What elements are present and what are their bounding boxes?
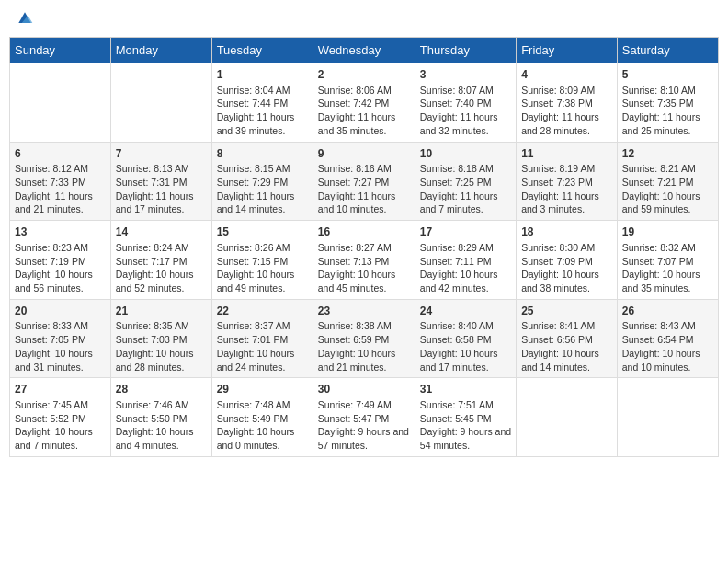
calendar-body: 1Sunrise: 8:04 AM Sunset: 7:44 PM Daylig… xyxy=(10,63,719,457)
day-info: Sunrise: 7:45 AM Sunset: 5:52 PM Dayligh… xyxy=(15,398,106,453)
day-info: Sunrise: 8:16 AM Sunset: 7:27 PM Dayligh… xyxy=(318,162,410,216)
calendar-cell: 2Sunrise: 8:06 AM Sunset: 7:42 PM Daylig… xyxy=(313,63,415,143)
day-info: Sunrise: 7:48 AM Sunset: 5:49 PM Dayligh… xyxy=(217,398,308,453)
day-info: Sunrise: 8:23 AM Sunset: 7:19 PM Dayligh… xyxy=(15,241,106,295)
day-number: 8 xyxy=(217,146,308,162)
day-info: Sunrise: 8:38 AM Sunset: 6:59 PM Dayligh… xyxy=(318,319,410,373)
calendar-cell: 19Sunrise: 8:32 AM Sunset: 7:07 PM Dayli… xyxy=(617,221,718,300)
day-number: 28 xyxy=(116,382,207,397)
day-number: 14 xyxy=(116,224,207,240)
calendar-cell: 15Sunrise: 8:26 AM Sunset: 7:15 PM Dayli… xyxy=(211,221,313,300)
day-number: 16 xyxy=(318,224,410,240)
day-info: Sunrise: 7:46 AM Sunset: 5:50 PM Dayligh… xyxy=(116,398,207,453)
calendar-cell: 31Sunrise: 7:51 AM Sunset: 5:45 PM Dayli… xyxy=(415,378,516,457)
calendar-cell: 26Sunrise: 8:43 AM Sunset: 6:54 PM Dayli… xyxy=(617,299,718,378)
day-info: Sunrise: 7:49 AM Sunset: 5:47 PM Dayligh… xyxy=(318,398,410,453)
calendar-cell: 21Sunrise: 8:35 AM Sunset: 7:03 PM Dayli… xyxy=(110,299,211,378)
day-info: Sunrise: 8:30 AM Sunset: 7:09 PM Dayligh… xyxy=(521,241,612,295)
calendar-cell: 11Sunrise: 8:19 AM Sunset: 7:23 PM Dayli… xyxy=(517,142,618,221)
day-number: 19 xyxy=(622,224,713,240)
column-header-friday: Friday xyxy=(517,38,618,63)
day-info: Sunrise: 8:43 AM Sunset: 6:54 PM Dayligh… xyxy=(622,319,713,373)
calendar-cell: 5Sunrise: 8:10 AM Sunset: 7:35 PM Daylig… xyxy=(617,63,718,143)
day-number: 23 xyxy=(318,304,410,319)
calendar-cell: 14Sunrise: 8:24 AM Sunset: 7:17 PM Dayli… xyxy=(110,221,211,300)
day-info: Sunrise: 8:32 AM Sunset: 7:07 PM Dayligh… xyxy=(622,241,713,295)
column-header-tuesday: Tuesday xyxy=(211,38,313,63)
day-number: 22 xyxy=(217,304,308,319)
calendar-cell: 20Sunrise: 8:33 AM Sunset: 7:05 PM Dayli… xyxy=(10,299,111,378)
calendar-cell: 1Sunrise: 8:04 AM Sunset: 7:44 PM Daylig… xyxy=(211,63,313,143)
calendar-cell: 28Sunrise: 7:46 AM Sunset: 5:50 PM Dayli… xyxy=(110,378,211,457)
calendar-week-5: 27Sunrise: 7:45 AM Sunset: 5:52 PM Dayli… xyxy=(10,378,719,457)
day-info: Sunrise: 7:51 AM Sunset: 5:45 PM Dayligh… xyxy=(420,398,511,453)
calendar-cell: 25Sunrise: 8:41 AM Sunset: 6:56 PM Dayli… xyxy=(517,299,618,378)
calendar-cell: 13Sunrise: 8:23 AM Sunset: 7:19 PM Dayli… xyxy=(10,221,111,300)
calendar-cell: 7Sunrise: 8:13 AM Sunset: 7:31 PM Daylig… xyxy=(110,142,211,221)
day-number: 20 xyxy=(15,304,106,319)
calendar-cell: 12Sunrise: 8:21 AM Sunset: 7:21 PM Dayli… xyxy=(617,142,718,221)
day-number: 9 xyxy=(318,146,410,162)
day-number: 1 xyxy=(217,67,308,83)
day-info: Sunrise: 8:06 AM Sunset: 7:42 PM Dayligh… xyxy=(318,84,410,138)
day-info: Sunrise: 8:21 AM Sunset: 7:21 PM Dayligh… xyxy=(622,162,713,216)
calendar-cell: 18Sunrise: 8:30 AM Sunset: 7:09 PM Dayli… xyxy=(517,221,618,300)
day-number: 17 xyxy=(420,224,511,240)
day-number: 7 xyxy=(116,146,207,162)
calendar-header-row: SundayMondayTuesdayWednesdayThursdayFrid… xyxy=(10,38,719,63)
calendar-cell: 30Sunrise: 7:49 AM Sunset: 5:47 PM Dayli… xyxy=(313,378,415,457)
column-header-saturday: Saturday xyxy=(617,38,718,63)
calendar-week-1: 1Sunrise: 8:04 AM Sunset: 7:44 PM Daylig… xyxy=(10,63,719,143)
day-number: 12 xyxy=(622,146,713,162)
calendar-cell: 3Sunrise: 8:07 AM Sunset: 7:40 PM Daylig… xyxy=(415,63,516,143)
day-info: Sunrise: 8:27 AM Sunset: 7:13 PM Dayligh… xyxy=(318,241,410,295)
calendar-cell: 10Sunrise: 8:18 AM Sunset: 7:25 PM Dayli… xyxy=(415,142,516,221)
page-header xyxy=(9,9,719,28)
day-info: Sunrise: 8:04 AM Sunset: 7:44 PM Dayligh… xyxy=(217,84,308,138)
day-info: Sunrise: 8:15 AM Sunset: 7:29 PM Dayligh… xyxy=(217,162,308,216)
calendar-cell: 17Sunrise: 8:29 AM Sunset: 7:11 PM Dayli… xyxy=(415,221,516,300)
calendar-cell: 16Sunrise: 8:27 AM Sunset: 7:13 PM Dayli… xyxy=(313,221,415,300)
column-header-thursday: Thursday xyxy=(415,38,516,63)
day-info: Sunrise: 8:12 AM Sunset: 7:33 PM Dayligh… xyxy=(15,162,106,216)
day-info: Sunrise: 8:35 AM Sunset: 7:03 PM Dayligh… xyxy=(116,319,207,373)
day-info: Sunrise: 8:24 AM Sunset: 7:17 PM Dayligh… xyxy=(116,241,207,295)
day-number: 10 xyxy=(420,146,511,162)
day-number: 30 xyxy=(318,382,410,397)
calendar-cell: 23Sunrise: 8:38 AM Sunset: 6:59 PM Dayli… xyxy=(313,299,415,378)
day-number: 21 xyxy=(116,304,207,319)
calendar-cell xyxy=(617,378,718,457)
day-info: Sunrise: 8:33 AM Sunset: 7:05 PM Dayligh… xyxy=(15,319,106,373)
day-number: 29 xyxy=(217,382,308,397)
calendar-week-2: 6Sunrise: 8:12 AM Sunset: 7:33 PM Daylig… xyxy=(10,142,719,221)
day-info: Sunrise: 8:40 AM Sunset: 6:58 PM Dayligh… xyxy=(420,319,511,373)
column-header-monday: Monday xyxy=(110,38,211,63)
calendar-cell: 22Sunrise: 8:37 AM Sunset: 7:01 PM Dayli… xyxy=(211,299,313,378)
day-number: 27 xyxy=(15,382,106,397)
day-info: Sunrise: 8:41 AM Sunset: 6:56 PM Dayligh… xyxy=(521,319,612,373)
day-info: Sunrise: 8:37 AM Sunset: 7:01 PM Dayligh… xyxy=(217,319,308,373)
day-info: Sunrise: 8:26 AM Sunset: 7:15 PM Dayligh… xyxy=(217,241,308,295)
calendar-cell xyxy=(10,63,111,143)
column-header-wednesday: Wednesday xyxy=(313,38,415,63)
day-number: 5 xyxy=(622,67,713,83)
day-info: Sunrise: 8:09 AM Sunset: 7:38 PM Dayligh… xyxy=(521,84,612,138)
day-number: 3 xyxy=(420,67,511,83)
day-number: 13 xyxy=(15,224,106,240)
column-header-sunday: Sunday xyxy=(10,38,111,63)
calendar-cell: 8Sunrise: 8:15 AM Sunset: 7:29 PM Daylig… xyxy=(211,142,313,221)
day-info: Sunrise: 8:19 AM Sunset: 7:23 PM Dayligh… xyxy=(521,162,612,216)
calendar-cell: 29Sunrise: 7:48 AM Sunset: 5:49 PM Dayli… xyxy=(211,378,313,457)
calendar-cell: 24Sunrise: 8:40 AM Sunset: 6:58 PM Dayli… xyxy=(415,299,516,378)
calendar-cell: 27Sunrise: 7:45 AM Sunset: 5:52 PM Dayli… xyxy=(10,378,111,457)
calendar-week-4: 20Sunrise: 8:33 AM Sunset: 7:05 PM Dayli… xyxy=(10,299,719,378)
day-info: Sunrise: 8:18 AM Sunset: 7:25 PM Dayligh… xyxy=(420,162,511,216)
day-info: Sunrise: 8:13 AM Sunset: 7:31 PM Dayligh… xyxy=(116,162,207,216)
calendar-cell: 6Sunrise: 8:12 AM Sunset: 7:33 PM Daylig… xyxy=(10,142,111,221)
day-info: Sunrise: 8:07 AM Sunset: 7:40 PM Dayligh… xyxy=(420,84,511,138)
day-number: 25 xyxy=(521,304,612,319)
day-info: Sunrise: 8:10 AM Sunset: 7:35 PM Dayligh… xyxy=(622,84,713,138)
calendar-cell xyxy=(517,378,618,457)
day-number: 15 xyxy=(217,224,308,240)
day-number: 24 xyxy=(420,304,511,319)
